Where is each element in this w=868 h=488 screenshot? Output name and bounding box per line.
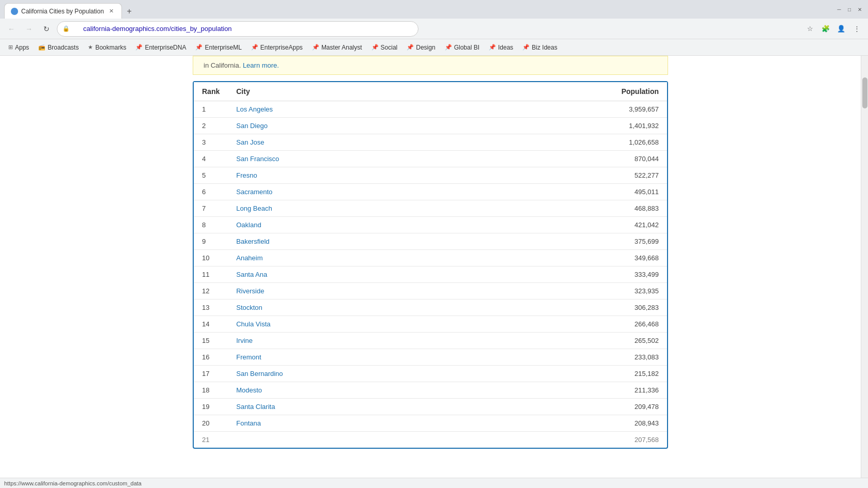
city-link[interactable]: Chula Vista <box>236 320 270 328</box>
bookmark-broadcasts[interactable]: 📻 Broadcasts <box>34 42 83 53</box>
rank-cell: 2 <box>194 118 228 134</box>
bookmark-eml-label: EnterpriseML <box>205 44 241 51</box>
bookmark-masteranalyst[interactable]: 📌 Master Analyst <box>308 42 366 53</box>
extensions-icon[interactable]: 🧩 <box>818 22 833 36</box>
city-cell <box>228 432 465 448</box>
city-link[interactable]: Los Angeles <box>236 105 273 113</box>
population-cell: 349,668 <box>465 250 667 266</box>
address-bar-wrapper: 🔒 california-demographics.com/cities_by_… <box>57 21 419 37</box>
bookmark-social-label: Social <box>381 44 398 51</box>
bookmark-design[interactable]: 📌 Design <box>402 42 439 53</box>
scrollbar-thumb[interactable] <box>862 77 867 108</box>
bookmark-gbi-label: Global BI <box>454 44 479 51</box>
city-cell: Fontana <box>228 415 465 432</box>
population-cell: 323,935 <box>465 283 667 300</box>
city-link[interactable]: San Francisco <box>236 155 279 163</box>
city-link[interactable]: Stockton <box>236 304 262 311</box>
bookmark-eapps-label: EnterpriseApps <box>260 44 303 51</box>
city-link[interactable]: Anaheim <box>236 254 262 262</box>
city-link[interactable]: San Diego <box>236 122 268 130</box>
city-link[interactable]: Oakland <box>236 221 261 229</box>
bookmark-enterprisedna[interactable]: 📌 EnterpriseDNA <box>131 42 190 53</box>
city-cell: San Diego <box>228 118 465 134</box>
cities-table-container: Rank City Population 1 Los Angeles 3,959… <box>193 81 668 449</box>
social-icon: 📌 <box>371 44 379 51</box>
city-link[interactable]: Fremont <box>236 353 261 361</box>
tab-favicon <box>11 8 18 15</box>
city-cell: Riverside <box>228 283 465 300</box>
bookmark-ideas[interactable]: 📌 Ideas <box>485 42 517 53</box>
reload-button[interactable]: ↻ <box>39 22 54 36</box>
menu-icon[interactable]: ⋮ <box>849 22 864 36</box>
close-button[interactable]: ✕ <box>856 5 864 13</box>
city-cell: Fremont <box>228 349 465 366</box>
city-link[interactable]: Santa Clarita <box>236 403 275 411</box>
bookmark-social[interactable]: 📌 Social <box>367 42 402 53</box>
table-row: 14 Chula Vista 266,468 <box>194 316 667 333</box>
rank-cell: 14 <box>194 316 228 333</box>
rank-cell: 20 <box>194 415 228 432</box>
city-link[interactable]: Sacramento <box>236 188 272 196</box>
bookmark-bizideas[interactable]: 📌 Biz Ideas <box>518 42 561 53</box>
profile-icon[interactable]: 👤 <box>834 22 848 36</box>
table-row: 12 Riverside 323,935 <box>194 283 667 300</box>
title-bar: California Cities by Population ✕ + ─ □ … <box>0 0 868 19</box>
bookmark-ideas-label: Ideas <box>498 44 513 51</box>
maximize-button[interactable]: □ <box>845 5 854 13</box>
learn-more-link[interactable]: Learn more. <box>243 61 279 69</box>
bookmark-enterpriseapps[interactable]: 📌 EnterpriseApps <box>247 42 307 53</box>
rank-cell: 15 <box>194 333 228 349</box>
tab-close-button[interactable]: ✕ <box>107 7 115 15</box>
city-link[interactable]: Riverside <box>236 287 264 295</box>
city-cell: Modesto <box>228 382 465 399</box>
address-bar[interactable]: 🔒 california-demographics.com/cities_by_… <box>57 21 419 37</box>
rank-cell: 13 <box>194 300 228 316</box>
table-row: 11 Santa Ana 333,499 <box>194 266 667 283</box>
population-cell: 266,468 <box>465 316 667 333</box>
city-cell: Fresno <box>228 167 465 184</box>
back-button[interactable]: ← <box>4 22 19 36</box>
rank-cell: 5 <box>194 167 228 184</box>
population-cell: 421,042 <box>465 217 667 233</box>
city-link[interactable]: Modesto <box>236 386 262 394</box>
browser-chrome: California Cities by Population ✕ + ─ □ … <box>0 0 868 56</box>
city-link[interactable]: Fresno <box>236 171 257 179</box>
table-row: 5 Fresno 522,277 <box>194 167 667 184</box>
city-link[interactable]: San Bernardino <box>236 370 283 377</box>
address-bar-row: ← → ↻ 🔒 california-demographics.com/citi… <box>0 19 868 39</box>
city-cell: San Jose <box>228 134 465 151</box>
city-link[interactable]: Fontana <box>236 419 261 427</box>
city-link[interactable]: Irvine <box>236 337 253 344</box>
population-cell: 306,283 <box>465 300 667 316</box>
city-cell: Stockton <box>228 300 465 316</box>
rank-cell: 19 <box>194 399 228 415</box>
bookmark-bookmarks[interactable]: ★ Bookmarks <box>84 42 130 53</box>
city-cell: Los Angeles <box>228 101 465 118</box>
bookmark-bizideas-label: Biz Ideas <box>532 44 557 51</box>
minimize-button[interactable]: ─ <box>835 5 843 13</box>
star-icon[interactable]: ☆ <box>803 22 817 36</box>
population-cell: 265,502 <box>465 333 667 349</box>
rank-cell: 7 <box>194 200 228 217</box>
city-link[interactable]: Long Beach <box>236 204 272 212</box>
forward-button[interactable]: → <box>22 22 36 36</box>
population-cell: 3,959,657 <box>465 101 667 118</box>
page-content: in California. Learn more. Rank City Pop… <box>0 56 868 488</box>
active-tab[interactable]: California Cities by Population ✕ <box>4 3 122 19</box>
rank-cell: 8 <box>194 217 228 233</box>
scrollbar[interactable] <box>861 56 868 488</box>
city-link[interactable]: Santa Ana <box>236 271 267 278</box>
city-link[interactable]: San Jose <box>236 138 264 146</box>
status-url: https://www.california-demographics.com/… <box>4 480 142 486</box>
bookmarks-bar: ⊞ Apps 📻 Broadcasts ★ Bookmarks 📌 Enterp… <box>0 39 868 56</box>
edna-icon: 📌 <box>135 44 143 51</box>
design-icon: 📌 <box>407 44 414 51</box>
new-tab-button[interactable]: + <box>122 4 136 19</box>
rank-header: Rank <box>194 82 228 101</box>
bookmark-globalbi[interactable]: 📌 Global BI <box>441 42 484 53</box>
rank-cell: 1 <box>194 101 228 118</box>
bookmark-enterpriseml[interactable]: 📌 EnterpriseML <box>191 42 245 53</box>
table-row: 19 Santa Clarita 209,478 <box>194 399 667 415</box>
city-link[interactable]: Bakersfield <box>236 238 269 245</box>
bookmark-apps[interactable]: ⊞ Apps <box>4 42 33 53</box>
